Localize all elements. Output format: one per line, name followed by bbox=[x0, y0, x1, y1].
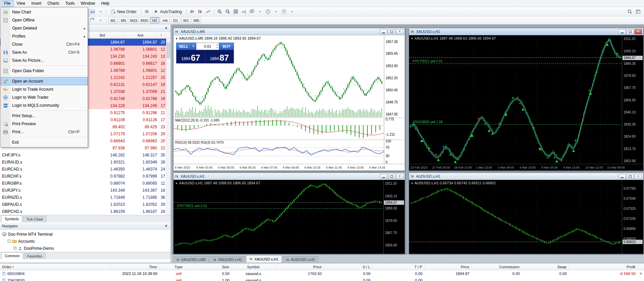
chart-tab-xauusd-s-m5-0[interactable]: XAUUSD.s,M5 bbox=[173, 256, 209, 263]
chart-tab-xauusd-s-h1-2[interactable]: XAUUSD.s,H1 bbox=[246, 255, 282, 263]
caret-button[interactable] bbox=[97, 17, 104, 24]
terminal-column-size[interactable]: Size bbox=[198, 264, 232, 270]
chart-tab-audusd-s-h1-3[interactable]: AUDUSD.s,H1 bbox=[283, 256, 318, 263]
market-watch-tab-tick-chart[interactable]: Tick Chart bbox=[23, 216, 46, 222]
chart-window-xauusd-s-m5[interactable]: XAUUSD.s,M5×▼XAUUSD.s,M5 1894.15 1895.42… bbox=[173, 28, 405, 171]
chart-window-xauusd-s-h1[interactable]: XAUUSD.s,H1×#70770021 sell 0.01#70419830… bbox=[409, 28, 644, 171]
macd-pane[interactable]: MACD(12,26,9) -0.191 -1.6950.775-1.211 bbox=[174, 118, 405, 140]
menu-file[interactable]: File bbox=[1, 0, 13, 6]
expand-icon[interactable]: + bbox=[13, 247, 16, 250]
chart-titlebar[interactable]: XAUUSD.s,M5× bbox=[174, 28, 405, 35]
navigator-item-accounts[interactable]: -Accounts bbox=[0, 238, 170, 245]
timeframe-m1[interactable]: M1 bbox=[108, 17, 118, 24]
terminal-column-commission[interactable]: Commission bbox=[472, 264, 522, 270]
timeframe-m15[interactable]: M15 bbox=[129, 17, 139, 24]
timeframe-h1[interactable]: H1 bbox=[150, 17, 159, 24]
market-watch-row-gbpcad.s[interactable]: GBPCAD.s1.661591.6618728 bbox=[0, 208, 170, 215]
sell-button[interactable]: SELL bbox=[176, 43, 191, 50]
market-watch-row-eurcad.s[interactable]: EURCAD.s1.463501.4637424 bbox=[0, 166, 170, 173]
scrollbar[interactable] bbox=[166, 39, 170, 215]
terminal-column-tp[interactable]: T / P bbox=[373, 264, 425, 270]
caret-button[interactable] bbox=[256, 8, 264, 15]
chart-plot-area[interactable]: #70770021 sell 0.01▼XAUUSD.s,H1 1887.48 … bbox=[174, 180, 383, 254]
caret-button[interactable] bbox=[288, 8, 296, 15]
rsi-pane[interactable]: RSI(13) 58.5332 RSI(3) 63.747010070300 bbox=[174, 140, 405, 164]
line-chart-button[interactable] bbox=[204, 8, 212, 15]
timeframe-h4[interactable]: H4 bbox=[160, 17, 170, 24]
plot-area[interactable]: MACD(12,26,9) -0.191 -1.695 bbox=[174, 118, 384, 140]
file-menu-item-close[interactable]: CloseCtrl+F4 bbox=[1, 40, 88, 48]
profiles-chart-button[interactable] bbox=[89, 8, 96, 15]
search-button[interactable] bbox=[626, 8, 634, 15]
minimize-button[interactable] bbox=[618, 174, 626, 179]
plot-area[interactable]: ▼XAUUSD.s,M5 1894.15 1895.42 1893.92 189… bbox=[174, 35, 384, 118]
lot-spinner[interactable]: ▲▼ bbox=[216, 43, 218, 49]
market-watch-row-eurchf.s[interactable]: EURCHF.s0.979820.9799917 bbox=[0, 173, 170, 180]
minimize-button[interactable] bbox=[380, 29, 387, 34]
new-order-button[interactable]: New Order bbox=[108, 8, 139, 15]
menu-insert[interactable]: Insert bbox=[28, 0, 44, 6]
chart-titlebar[interactable]: AUDUSD.s,H1× bbox=[409, 173, 643, 180]
autotrading-button[interactable]: AutoTrading bbox=[151, 8, 185, 15]
navigator-tab-favorites[interactable]: Favorites bbox=[24, 253, 46, 259]
collapse-caret-icon[interactable]: ▼ bbox=[175, 182, 178, 185]
market-watch-row-euraud.s[interactable]: EURAUD.s1.603211.6034928 bbox=[0, 158, 170, 166]
timeframe-mn[interactable]: MN bbox=[192, 17, 201, 24]
minimize-button[interactable] bbox=[618, 29, 626, 34]
close-button[interactable]: × bbox=[396, 174, 403, 179]
refresh-button[interactable] bbox=[89, 17, 96, 24]
file-menu-item-profiles[interactable]: Profiles▸ bbox=[1, 32, 88, 40]
file-menu-item-print-preview[interactable]: Print Preview bbox=[1, 120, 88, 128]
navigator-titlebar[interactable]: Navigator × bbox=[0, 222, 170, 230]
menu-tools[interactable]: Tools bbox=[62, 0, 78, 6]
menu-charts[interactable]: Charts bbox=[44, 0, 62, 6]
price-scale[interactable]: 1857.351855.651853.901852.201850.451848.… bbox=[384, 35, 405, 118]
terminal-column-type[interactable]: Type bbox=[159, 264, 198, 270]
terminal-column-order[interactable]: Order / bbox=[0, 264, 111, 270]
file-menu-item-open-offline[interactable]: Open Offline bbox=[1, 16, 88, 24]
collapse-caret-icon[interactable]: ▼ bbox=[411, 182, 413, 185]
navigator-item-doo-prime-mt4-terminal[interactable]: Doo Prime MT4 Terminal bbox=[0, 231, 170, 238]
column-header-ask[interactable]: Ask bbox=[125, 32, 157, 38]
tile-windows-button[interactable] bbox=[232, 8, 240, 15]
terminal-column-price2[interactable]: Price bbox=[425, 264, 472, 270]
price-scale[interactable]: 10070300 bbox=[384, 140, 405, 164]
chart-window-xauusd-s-h1[interactable]: XAUUSD.s,H1×#70770021 sell 0.01▼XAUUSD.s… bbox=[173, 173, 405, 254]
time-scale[interactable]: 23 Feb 202327 Feb 05:0028 Feb 14:001 Mar… bbox=[409, 164, 643, 171]
column-header-spread[interactable]: ! bbox=[157, 32, 166, 38]
chart-titlebar[interactable]: XAUUSD.s,H1× bbox=[409, 28, 643, 35]
candlestick-chart-button[interactable] bbox=[196, 8, 204, 15]
scrollbar-thumb[interactable] bbox=[167, 43, 170, 58]
price-pane[interactable]: ▼XAUUSD.s,M5 1894.15 1895.42 1893.92 189… bbox=[174, 35, 405, 118]
restore-button[interactable] bbox=[627, 29, 634, 34]
terminal-order-row-70419830[interactable]: 70419830sell1.00xauusd.s0.000.00 bbox=[0, 277, 644, 281]
market-watch-row-eurnzd.s[interactable]: EURNZD.s1.718491.7188536 bbox=[0, 194, 170, 201]
periods-button[interactable] bbox=[264, 8, 272, 15]
restore-button[interactable] bbox=[388, 174, 395, 179]
time-scale[interactable]: 6 Mar 20236 Mar 03:456 Mar 05:056 Mar 06… bbox=[174, 164, 405, 171]
chart-tab-xauusd-s-h1-1[interactable]: XAUUSD.s,H1 bbox=[210, 256, 246, 263]
terminal-column-profit[interactable]: Profit bbox=[569, 264, 638, 270]
plot-area[interactable]: RSI(13) 58.5332 RSI(3) 63.7470 bbox=[174, 140, 384, 164]
data-window-button[interactable] bbox=[634, 8, 642, 15]
minimize-button[interactable] bbox=[380, 174, 387, 179]
order-type-caret-icon[interactable]: ▼ bbox=[191, 43, 196, 50]
menu-help[interactable]: Help bbox=[98, 0, 112, 6]
expert-advisors-button[interactable] bbox=[143, 8, 151, 15]
navigator-item-dooprime-demo[interactable]: +DooPrime-Demo bbox=[0, 245, 170, 252]
timeframe-m5[interactable]: M5 bbox=[119, 17, 128, 24]
indicators-button[interactable] bbox=[240, 8, 248, 15]
chart-window-audusd-s-h1[interactable]: AUDUSD.s,H1×▼AUDUSD.s,H1 0.66734 0.66742… bbox=[409, 173, 644, 254]
file-menu-item-login-to-web-trader[interactable]: Login to Web Trader bbox=[1, 93, 88, 101]
file-menu-item-open-an-account[interactable]: Open an Account bbox=[1, 77, 88, 85]
restore-button[interactable] bbox=[388, 29, 395, 34]
restore-button[interactable] bbox=[627, 174, 634, 179]
market-watch-tab-symbols[interactable]: Symbols bbox=[1, 215, 22, 222]
file-menu-item-save-as[interactable]: Save AsCtrl+S bbox=[1, 48, 88, 56]
market-watch-row-eurjpy.s[interactable]: EURJPY.s143.349143.36718 bbox=[0, 187, 170, 194]
close-button[interactable]: × bbox=[635, 174, 642, 179]
chart-plot-area[interactable]: #70770021 sell 0.01#70419830 sell 1.00▼X… bbox=[409, 35, 622, 164]
navigator-tab-common[interactable]: Common bbox=[1, 252, 23, 259]
timeframe-m30[interactable]: M30 bbox=[140, 17, 149, 24]
caret-button[interactable] bbox=[97, 8, 104, 15]
